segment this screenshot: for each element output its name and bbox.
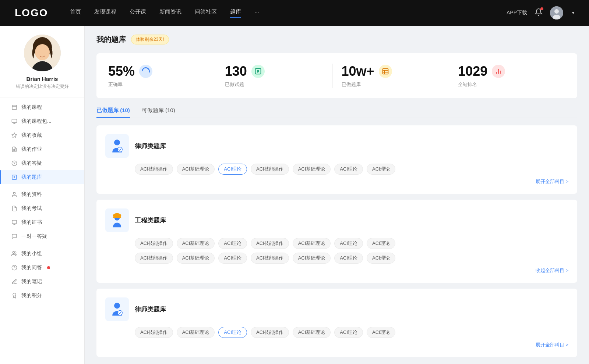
accuracy-value: 55% — [108, 64, 135, 79]
tag-2b-4[interactable]: ACI基础理论 — [293, 253, 331, 264]
tag-3-2[interactable]: ACI理论 — [218, 327, 247, 338]
tag-1-5[interactable]: ACI理论 — [334, 164, 363, 175]
tag-1-1[interactable]: ACI基础理论 — [177, 164, 215, 175]
navbar: LOGO 首页 发现课程 公开课 新闻资讯 问答社区 题库 ··· APP下载 … — [0, 0, 589, 26]
tag-3-3[interactable]: ACI技能操作 — [251, 327, 289, 338]
stat-rank-row: 1029 — [458, 64, 505, 79]
nav-discover[interactable]: 发现课程 — [94, 8, 116, 18]
svg-point-20 — [13, 192, 15, 194]
tag-1-2[interactable]: ACI理论 — [218, 164, 247, 175]
sidebar-item-my-questions[interactable]: 我的问答 — [0, 261, 84, 275]
rank-label: 全站排名 — [458, 81, 477, 88]
sidebar-item-my-profile[interactable]: 我的资料 — [0, 188, 84, 201]
nav-question-bank[interactable]: 题库 — [230, 8, 241, 18]
stat-done-questions-row: 130 — [225, 64, 265, 79]
sidebar-label-my-points: 我的积分 — [21, 292, 42, 299]
bank-icon-lawyer-2 — [105, 297, 129, 321]
sidebar-item-my-points[interactable]: 我的积分 — [0, 289, 84, 303]
tag-3-1[interactable]: ACI基础理论 — [177, 327, 215, 338]
tag-2b-1[interactable]: ACI基础理论 — [177, 253, 215, 264]
bank-tags-row-2a: ACI技能操作 ACI基础理论 ACI理论 ACI技能操作 ACI基础理论 AC… — [105, 238, 568, 249]
sidebar-item-one-on-one[interactable]: 一对一答疑 — [0, 229, 84, 243]
sidebar-item-my-exam[interactable]: 我的考试 — [0, 201, 84, 215]
tag-2-5[interactable]: ACI理论 — [334, 238, 363, 249]
course-package-icon — [11, 118, 18, 125]
tag-2b-5[interactable]: ACI理论 — [334, 253, 363, 264]
tag-3-5[interactable]: ACI理论 — [334, 327, 363, 338]
nav-qa[interactable]: 问答社区 — [195, 8, 217, 18]
tag-2-6[interactable]: ACI理论 — [367, 238, 395, 249]
group-icon — [11, 250, 18, 257]
sidebar-item-my-question-bank[interactable]: 我的题库 — [0, 170, 84, 184]
nav-home[interactable]: 首页 — [70, 8, 81, 18]
tag-2-4[interactable]: ACI基础理论 — [293, 238, 331, 249]
bank-title-2: 工程类题库 — [135, 216, 166, 225]
tag-2-2[interactable]: ACI理论 — [218, 238, 247, 249]
sidebar-label-my-profile: 我的资料 — [21, 191, 42, 198]
sidebar: Brian Harris 错误的决定比没有决定要好 我的课程 我的课程包... — [0, 26, 85, 364]
collapse-link-2[interactable]: 收起全部科目 > — [105, 267, 568, 274]
svg-point-41 — [114, 139, 120, 145]
tag-2b-3[interactable]: ACI技能操作 — [251, 253, 289, 264]
bank-title-3: 律师类题库 — [135, 305, 166, 314]
exam-icon — [11, 205, 18, 212]
chevron-down-icon[interactable]: ▾ — [572, 10, 574, 15]
avatar[interactable] — [550, 6, 563, 19]
svg-rect-8 — [12, 119, 17, 122]
svg-rect-6 — [12, 105, 17, 110]
sidebar-item-my-cert[interactable]: 我的证书 — [0, 215, 84, 229]
app-download-button[interactable]: APP下载 — [507, 10, 527, 16]
tag-3-0[interactable]: ACI技能操作 — [135, 327, 173, 338]
stat-accuracy-row: 55% — [108, 64, 152, 79]
sidebar-item-my-notes[interactable]: 我的笔记 — [0, 275, 84, 289]
expand-link-3[interactable]: 展开全部科目 > — [105, 342, 568, 348]
main-content: 我的题库 体验剩余23天! 55% 正确率 — [85, 26, 589, 364]
stats-card: 55% 正确率 130 已 — [96, 53, 577, 98]
tag-1-0[interactable]: ACI技能操作 — [135, 164, 173, 175]
svg-point-42 — [118, 147, 123, 152]
svg-point-24 — [13, 251, 14, 253]
tag-2-3[interactable]: ACI技能操作 — [251, 238, 289, 249]
page-header: 我的题库 体验剩余23天! — [96, 35, 577, 44]
svg-point-47 — [118, 310, 123, 315]
stat-done-questions: 130 已做试题 — [216, 64, 333, 88]
sidebar-item-my-homework[interactable]: 我的作业 — [0, 142, 84, 156]
bank-icon-lawyer-1 — [105, 134, 129, 158]
sidebar-item-my-qa[interactable]: 我的答疑 — [0, 156, 84, 170]
questions-dot — [47, 266, 50, 269]
course-icon — [11, 104, 18, 111]
bank-tags-row-3: ACI技能操作 ACI基础理论 ACI理论 ACI技能操作 ACI基础理论 AC… — [105, 327, 568, 338]
sidebar-label-my-course-package: 我的课程包... — [21, 118, 52, 125]
tag-1-6[interactable]: ACI理论 — [367, 164, 395, 175]
tab-done[interactable]: 已做题库 (10) — [96, 107, 130, 118]
sidebar-item-my-group[interactable]: 我的小组 — [0, 247, 84, 261]
bank-tags-row-1: ACI技能操作 ACI基础理论 ACI理论 ACI技能操作 ACI基础理论 AC… — [105, 164, 568, 175]
sidebar-item-my-course-package[interactable]: 我的课程包... — [0, 114, 84, 128]
tag-2-1[interactable]: ACI基础理论 — [177, 238, 215, 249]
tag-1-4[interactable]: ACI基础理论 — [293, 164, 331, 175]
tag-3-4[interactable]: ACI基础理论 — [293, 327, 331, 338]
tag-2b-6[interactable]: ACI理论 — [367, 253, 395, 264]
tag-1-3[interactable]: ACI技能操作 — [251, 164, 289, 175]
sidebar-label-my-course: 我的课程 — [21, 104, 42, 111]
homework-icon — [11, 146, 18, 153]
tab-available[interactable]: 可做题库 (10) — [142, 107, 175, 118]
svg-point-27 — [13, 293, 16, 296]
nav-open-course[interactable]: 公开课 — [130, 8, 146, 18]
tag-2-0[interactable]: ACI技能操作 — [135, 238, 173, 249]
notification-dot — [540, 7, 543, 10]
tag-3-6[interactable]: ACI理论 — [367, 327, 395, 338]
qa-icon — [11, 160, 18, 167]
logo: LOGO — [15, 7, 48, 19]
cert-icon — [11, 219, 18, 226]
notification-bell[interactable] — [535, 8, 543, 18]
tag-2b-0[interactable]: ACI技能操作 — [135, 253, 173, 264]
nav-more[interactable]: ··· — [254, 8, 259, 18]
expand-link-1[interactable]: 展开全部科目 > — [105, 178, 568, 185]
tag-2b-2[interactable]: ACI理论 — [218, 253, 247, 264]
sidebar-item-my-favorites[interactable]: 我的收藏 — [0, 128, 84, 142]
sidebar-label-my-favorites: 我的收藏 — [21, 132, 42, 139]
done-banks-label: 已做题库 — [342, 81, 361, 88]
sidebar-item-my-course[interactable]: 我的课程 — [0, 100, 84, 114]
nav-news[interactable]: 新闻资讯 — [159, 8, 181, 18]
